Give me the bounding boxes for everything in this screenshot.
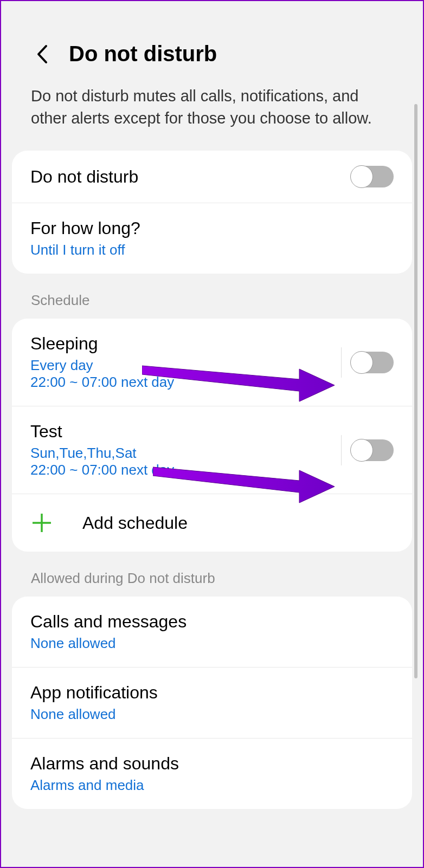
alarms-value: Alarms and media: [30, 777, 394, 794]
schedule-section-label: Schedule: [1, 274, 423, 319]
duration-row[interactable]: For how long? Until I turn it off: [12, 203, 412, 274]
page-description: Do not disturb mutes all calls, notifica…: [1, 77, 423, 151]
dnd-toggle-label: Do not disturb: [30, 167, 351, 187]
apps-row[interactable]: App notifications None allowed: [12, 668, 412, 739]
duration-value: Until I turn it off: [30, 242, 394, 258]
test-toggle[interactable]: [351, 439, 394, 461]
schedule-time: 22:00 ~ 07:00 next day: [30, 462, 331, 478]
sleeping-toggle[interactable]: [351, 352, 394, 373]
main-settings-card: Do not disturb For how long? Until I tur…: [12, 151, 412, 274]
allowed-section-label: Allowed during Do not disturb: [1, 552, 423, 597]
divider: [341, 435, 342, 465]
plus-icon: [30, 511, 53, 534]
divider: [341, 347, 342, 378]
schedule-row-sleeping[interactable]: Sleeping Every day 22:00 ~ 07:00 next da…: [12, 319, 412, 406]
schedule-name: Sleeping: [30, 334, 331, 354]
schedule-days: Sun,Tue,Thu,Sat: [30, 445, 331, 462]
add-schedule-row[interactable]: Add schedule: [12, 494, 412, 552]
dnd-toggle-row[interactable]: Do not disturb: [12, 151, 412, 203]
apps-value: None allowed: [30, 706, 394, 723]
add-schedule-label: Add schedule: [82, 513, 188, 533]
duration-label: For how long?: [30, 218, 394, 238]
schedule-days: Every day: [30, 357, 331, 374]
schedule-name: Test: [30, 422, 331, 442]
schedule-card: Sleeping Every day 22:00 ~ 07:00 next da…: [12, 319, 412, 552]
alarms-label: Alarms and sounds: [30, 754, 394, 774]
back-button[interactable]: [31, 43, 53, 65]
schedule-row-test[interactable]: Test Sun,Tue,Thu,Sat 22:00 ~ 07:00 next …: [12, 406, 412, 494]
dnd-toggle[interactable]: [351, 166, 394, 187]
apps-label: App notifications: [30, 683, 394, 703]
header: Do not disturb: [1, 1, 423, 77]
allowed-card: Calls and messages None allowed App noti…: [12, 597, 412, 809]
scrollbar[interactable]: [414, 104, 417, 678]
page-title: Do not disturb: [69, 42, 217, 66]
chevron-left-icon: [36, 44, 48, 64]
calls-row[interactable]: Calls and messages None allowed: [12, 597, 412, 668]
calls-value: None allowed: [30, 635, 394, 652]
calls-label: Calls and messages: [30, 612, 394, 632]
alarms-row[interactable]: Alarms and sounds Alarms and media: [12, 739, 412, 809]
schedule-time: 22:00 ~ 07:00 next day: [30, 374, 331, 391]
